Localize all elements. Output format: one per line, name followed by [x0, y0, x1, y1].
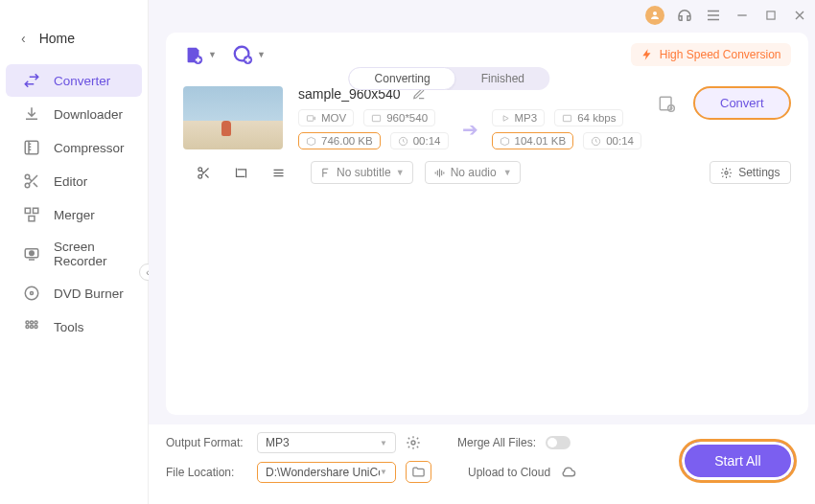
grid-icon [23, 318, 40, 335]
add-url-button[interactable]: ▼ [230, 42, 268, 67]
sidebar-item-dvd-burner[interactable]: DVD Burner [6, 277, 142, 309]
tab-segment: Converting Finished [349, 67, 549, 90]
chevron-left-icon: ‹ [21, 31, 26, 46]
nav-label: Merger [54, 208, 95, 222]
home-back[interactable]: ‹ Home [0, 23, 148, 63]
bitrate-chip: 64 kbps [554, 109, 623, 126]
compressor-icon [23, 139, 40, 156]
caret-down-icon: ▼ [257, 50, 266, 59]
svg-rect-3 [25, 208, 30, 213]
high-speed-badge[interactable]: High Speed Conversion [631, 43, 791, 66]
nav-label: Downloader [54, 107, 123, 122]
input-format-chip: MOV [298, 109, 354, 126]
scissors-icon [23, 172, 40, 190]
panel-header: ▼ ▼ Converting Finished High Speed Conve… [166, 33, 808, 77]
input-size-chip: 746.00 KB [298, 132, 381, 149]
upload-label: Upload to Cloud [468, 466, 550, 479]
output-settings-gear-icon[interactable] [406, 435, 421, 450]
cloud-icon[interactable] [560, 464, 576, 480]
sidebar-item-merger[interactable]: Merger [6, 198, 142, 231]
maximize-button[interactable] [762, 7, 780, 24]
svg-rect-4 [34, 208, 38, 213]
tab-converting[interactable]: Converting [349, 67, 456, 90]
file-location-select[interactable]: D:\Wondershare UniConverter 1▼ [257, 462, 396, 483]
start-all-button[interactable]: Start All [679, 439, 796, 483]
svg-point-8 [25, 286, 38, 300]
svg-rect-5 [29, 217, 35, 221]
trim-icon[interactable] [193, 162, 215, 184]
add-file-button[interactable]: ▼ [181, 42, 219, 67]
high-speed-label: High Speed Conversion [660, 48, 781, 61]
svg-point-11 [31, 321, 34, 324]
sidebar-item-editor[interactable]: Editor [6, 165, 142, 197]
resolution-chip: 960*540 [363, 109, 435, 126]
nav-label: Screen Recorder [54, 240, 125, 268]
menu-icon[interactable] [705, 7, 722, 24]
svg-point-16 [653, 11, 657, 15]
svg-point-31 [411, 441, 415, 445]
svg-point-1 [25, 174, 30, 179]
nav-label: Editor [54, 174, 87, 189]
svg-rect-21 [307, 115, 313, 121]
svg-point-12 [35, 321, 37, 324]
more-icon[interactable] [268, 162, 290, 184]
arrow-right-icon: ➔ [462, 118, 478, 141]
sidebar: ‹ Home Converter Downloader Compressor E… [0, 0, 149, 504]
file-location-label: File Location: [166, 466, 247, 479]
convert-button[interactable]: Convert [693, 86, 791, 120]
output-format-chip: MP3 [492, 109, 546, 126]
file-item: sample_960x540 MOV 960*540 746.00 KB 00:… [183, 86, 791, 149]
nav-label: Tools [54, 320, 84, 334]
crop-icon[interactable] [230, 162, 252, 184]
audio-dropdown[interactable]: No audio ▼ [425, 161, 521, 184]
download-icon [23, 105, 40, 123]
minimize-button[interactable] [734, 7, 751, 24]
item-toolbar: No subtitle ▼ No audio ▼ Settings [166, 157, 808, 195]
svg-point-29 [198, 174, 202, 178]
sidebar-item-screen-recorder[interactable]: Screen Recorder [6, 232, 142, 276]
svg-point-7 [30, 251, 35, 256]
merge-label: Merge All Files: [457, 436, 536, 449]
nav-label: DVD Burner [54, 286, 124, 301]
open-folder-icon[interactable] [411, 465, 426, 479]
svg-point-28 [198, 167, 202, 171]
video-thumbnail[interactable] [183, 86, 283, 149]
user-avatar[interactable] [645, 6, 664, 25]
svg-point-10 [26, 321, 29, 324]
headset-icon[interactable] [676, 7, 693, 24]
subtitle-dropdown[interactable]: No subtitle ▼ [311, 161, 413, 184]
output-size-chip: 104.01 KB [492, 132, 574, 149]
content-panel: ▼ ▼ Converting Finished High Speed Conve… [166, 33, 808, 415]
svg-rect-22 [373, 115, 381, 121]
merge-toggle[interactable] [546, 436, 570, 449]
output-settings-icon[interactable] [657, 94, 676, 113]
svg-point-14 [31, 326, 34, 329]
output-duration-chip: 00:14 [583, 132, 641, 149]
svg-rect-24 [564, 115, 571, 121]
svg-point-2 [25, 183, 30, 188]
sidebar-item-tools[interactable]: Tools [6, 310, 142, 343]
svg-rect-0 [25, 141, 38, 154]
svg-point-30 [725, 171, 728, 173]
nav-label: Compressor [54, 141, 125, 155]
main-area: ▼ ▼ Converting Finished High Speed Conve… [149, 0, 815, 504]
close-button[interactable] [791, 7, 808, 24]
sidebar-item-compressor[interactable]: Compressor [6, 131, 142, 164]
home-label: Home [39, 31, 75, 46]
svg-point-13 [26, 326, 29, 329]
disc-icon [23, 285, 40, 302]
sidebar-item-converter[interactable]: Converter [6, 64, 142, 97]
output-format-select[interactable]: MP3▼ [257, 432, 396, 453]
svg-point-15 [35, 326, 37, 329]
tab-finished[interactable]: Finished [456, 67, 549, 90]
recorder-icon [23, 245, 40, 263]
svg-rect-26 [660, 97, 671, 109]
merger-icon [23, 206, 40, 223]
input-duration-chip: 00:14 [390, 132, 449, 149]
sidebar-item-downloader[interactable]: Downloader [6, 98, 142, 130]
svg-rect-17 [766, 11, 774, 19]
caret-down-icon: ▼ [208, 50, 217, 59]
svg-point-9 [31, 292, 34, 295]
settings-button[interactable]: Settings [710, 161, 790, 184]
nav-label: Converter [54, 74, 110, 88]
